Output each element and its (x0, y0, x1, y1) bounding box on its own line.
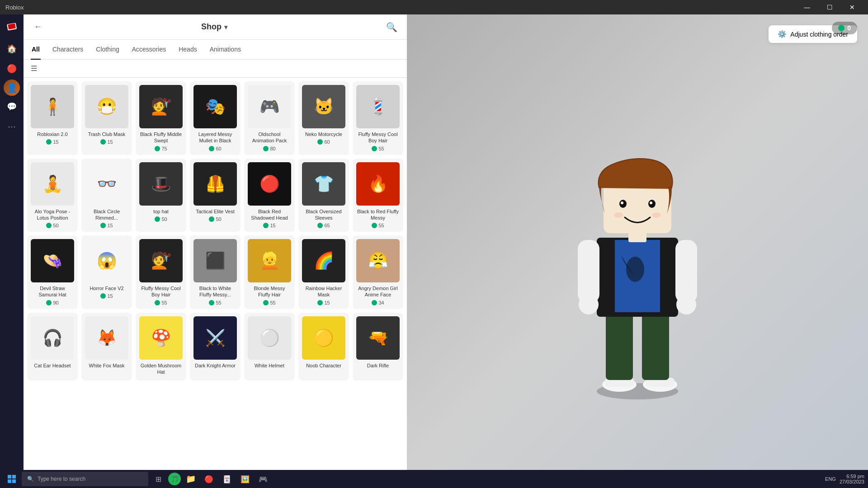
taskbar-language: ENG (825, 476, 836, 482)
start-button[interactable] (4, 471, 20, 487)
item-price-value: 75 (161, 146, 167, 151)
item-card[interactable]: 🌈Rainbow Hacker Mask15 (298, 235, 349, 309)
close-button[interactable]: ✕ (842, 0, 863, 14)
item-image: ⬛ (193, 239, 237, 282)
item-image: 🎮 (248, 85, 291, 128)
item-name: Blonde Messy Fluffy Hair (248, 285, 291, 298)
item-name: White Helmet (248, 362, 291, 369)
item-card[interactable]: 👒Devil Straw Samurai Hat90 (27, 235, 78, 309)
svg-rect-8 (642, 310, 669, 380)
item-card[interactable]: ⚪White Helmet (244, 313, 295, 381)
taskbar-photos-icon[interactable]: 🖼️ (237, 471, 253, 487)
item-image: 🎧 (31, 316, 74, 360)
sidebar-more-icon[interactable]: ⋯ (3, 117, 21, 136)
taskbar-search-box[interactable]: 🔍 Type here to search (22, 472, 148, 486)
tab-characters[interactable]: Characters (52, 40, 84, 60)
robux-price-icon (372, 300, 377, 305)
taskbar-folder-icon[interactable]: 📁 (183, 471, 199, 487)
filter-icon[interactable]: ☰ (31, 64, 37, 73)
item-price-value: 55 (378, 146, 384, 151)
item-name: Cat Ear Headset (31, 362, 74, 369)
item-card[interactable]: 😱Horror Face V215 (81, 235, 132, 309)
item-price-value: 15 (324, 300, 330, 305)
item-card[interactable]: ⚔️Dark Knight Armor (190, 313, 241, 381)
item-card[interactable]: 🦊White Fox Mask (81, 313, 132, 381)
taskbar-opera-icon[interactable]: 🔴 (201, 471, 217, 487)
search-button[interactable]: 🔍 (383, 19, 400, 35)
sidebar-avatar[interactable]: 👤 (4, 80, 20, 96)
minimize-button[interactable]: — (797, 0, 817, 14)
item-image: ⚪ (248, 316, 291, 360)
sidebar-home-icon[interactable]: 🏠 (3, 40, 21, 58)
item-price: 15 (263, 223, 275, 228)
taskbar-spotify-icon[interactable]: 🎵 (168, 473, 181, 485)
item-price: 15 (100, 293, 113, 299)
item-image: 🎭 (193, 85, 237, 128)
item-card[interactable]: 🦺Tactical Elite Vest50 (190, 159, 241, 232)
taskbar-time: 6:59 pm (846, 474, 864, 479)
item-name: White Fox Mask (85, 362, 128, 369)
item-price-value: 55 (270, 300, 275, 305)
robux-price-icon (155, 216, 160, 222)
item-card[interactable]: 🔴Black Red Shadowed Head15 (244, 159, 295, 232)
item-card[interactable]: 🔥Black to Red Fluffy Messy55 (353, 159, 403, 232)
taskbar-roblox-icon[interactable]: 🎮 (255, 471, 271, 487)
item-image: 🟡 (302, 316, 345, 360)
item-name: Devil Straw Samurai Hat (31, 285, 74, 298)
item-price: 34 (372, 300, 384, 305)
item-card[interactable]: 🟡Noob Character (298, 313, 349, 381)
item-card[interactable]: 💇Fluffy Messy Cool Boy Hair55 (136, 235, 186, 309)
item-card[interactable]: 💇Black Fluffy Middle Swept75 (136, 81, 186, 155)
title-bar-left: Roblox (5, 4, 24, 11)
item-card[interactable]: 🔫Dark Rifle (353, 313, 403, 381)
restore-button[interactable]: ☐ (819, 0, 840, 14)
back-button[interactable]: ← (31, 20, 45, 34)
item-price-value: 34 (378, 300, 384, 305)
tab-animations[interactable]: Animations (209, 40, 242, 60)
robux-price-icon (317, 300, 323, 305)
item-name: Black to Red Fluffy Messy (356, 208, 400, 221)
item-card[interactable]: 😷Trash Club Mask15 (81, 81, 132, 155)
item-price-value: 65 (324, 223, 330, 228)
item-card[interactable]: 👕Black Oversized Sleeves65 (298, 159, 349, 232)
tab-heads[interactable]: Heads (178, 40, 198, 60)
item-card[interactable]: 👱Blonde Messy Fluffy Hair55 (244, 235, 295, 309)
sidebar-chat-icon[interactable]: 💬 (3, 98, 21, 116)
sliders-icon: ⚙️ (778, 30, 787, 38)
item-card[interactable]: 🎮Oldschool Animation Pack80 (244, 81, 295, 155)
item-price-value: 15 (107, 223, 113, 228)
tab-all[interactable]: All (31, 40, 41, 60)
item-card[interactable]: 💈Fluffy Messy Cool Boy Hair55 (353, 81, 403, 155)
item-price-value: 55 (378, 223, 384, 228)
robux-price-icon (372, 223, 377, 228)
svg-rect-16 (675, 240, 697, 303)
item-card[interactable]: 🎭Layered Messy Mullet in Black60 (190, 81, 241, 155)
item-price: 15 (46, 139, 58, 145)
preview-toolbar: ⚙️ Adjust clothing order (407, 14, 868, 50)
item-name: top hat (139, 208, 183, 215)
tab-accessories[interactable]: Accessories (131, 40, 167, 60)
item-card[interactable]: ⬛Black to White Fluffy Messy...55 (190, 235, 241, 309)
item-card[interactable]: 🍄Golden Mushroom Hat (136, 313, 186, 381)
item-price-value: 90 (53, 300, 58, 305)
item-price: 55 (155, 300, 167, 305)
item-image: 🌈 (302, 239, 345, 282)
item-card[interactable]: 🧘Alo Yoga Pose - Lotus Position50 (27, 159, 78, 232)
item-card[interactable]: 🧍Robloxian 2.015 (27, 81, 78, 155)
items-grid-container[interactable]: 🧍Robloxian 2.015😷Trash Club Mask15💇Black… (24, 78, 407, 470)
item-name: Fluffy Messy Cool Boy Hair (356, 131, 400, 144)
taskbar-task-view[interactable]: ⊞ (150, 471, 166, 487)
item-card[interactable]: 😤Angry Demon Girl Anime Face34 (353, 235, 403, 309)
item-card[interactable]: 👓Black Circle Rimmed...15 (81, 159, 132, 232)
svg-point-15 (579, 295, 599, 314)
taskbar-solitaire-icon[interactable]: 🃏 (219, 471, 235, 487)
item-card[interactable]: 🐱Neko Motorcycle60 (298, 81, 349, 155)
item-name: Black Circle Rimmed... (85, 208, 128, 221)
item-price: 80 (263, 146, 275, 151)
item-card[interactable]: 🎧Cat Ear Headset (27, 313, 78, 381)
item-image: ⚔️ (193, 316, 237, 360)
item-card[interactable]: 🎩top hat50 (136, 159, 186, 232)
item-image: 🍄 (139, 316, 183, 360)
sidebar-discover-icon[interactable]: 🔴 (3, 60, 21, 78)
tab-clothing[interactable]: Clothing (95, 40, 120, 60)
